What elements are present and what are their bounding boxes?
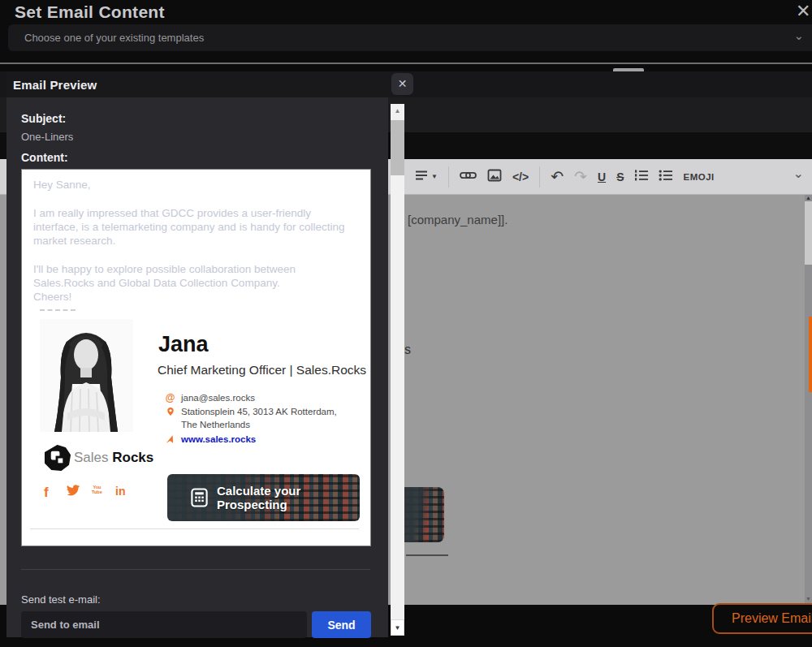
sales-rocks-logo-icon [44,445,71,475]
toolbar-chevron-down-icon[interactable]: ⌄ [793,166,804,181]
prospecting-banner-label: Calculate your Prospecting [217,484,360,511]
signature-name: Jana [158,332,209,357]
bullet-list-icon [659,169,672,184]
at-icon: @ [165,392,175,403]
signature-email: jana@sales.rocks [181,393,255,403]
prospecting-banner[interactable]: Calculate your Prospecting [167,474,360,521]
youtube-icon[interactable]: You Tube [92,485,102,494]
focus-highlight-edge [809,317,812,392]
ordered-list-icon [634,169,648,184]
modal-close-button[interactable]: ✕ [391,73,413,95]
toolbar-separator [539,166,540,188]
email-signature: Jana Chief Marketing Officer | Sales.Roc… [22,309,370,546]
modal-scrollbar[interactable]: ▲ ▼ [391,104,404,636]
undo-icon: ↶ [551,170,564,184]
chevron-down-icon: ⌄ [793,28,804,43]
template-dropdown-placeholder: Choose one of your existing templates [24,32,204,44]
editor-scrollbar[interactable]: ▲ ▼ [805,195,812,605]
underline-icon: U [598,170,606,183]
location-pin-icon [165,406,175,417]
subject-label: Subject: [21,112,66,125]
editor-divider [406,554,448,556]
twitter-icon[interactable] [66,485,80,500]
signature-address-line2: The Netherlands [181,420,250,429]
scroll-down-icon[interactable]: ▼ [806,596,811,602]
close-icon[interactable]: ✕ [796,0,810,23]
editor-text: [company_name]]. [408,213,508,226]
signature-website-row: www.sales.rocks [165,434,256,444]
bullet-list-button[interactable] [659,169,672,184]
preview-email-button[interactable]: Preview Email [712,603,812,634]
cursor-arrow-icon [165,434,175,444]
signature-photo [40,319,133,432]
email-preview-content: Hey Sanne, I am really impressed that GD… [21,169,371,546]
link-icon [460,169,477,184]
caret-down-icon: ▼ [431,173,438,180]
emoji-button[interactable]: EMOJI [683,172,714,182]
image-icon [487,169,502,184]
template-dropdown[interactable]: Choose one of your existing templates ⌄ [8,24,812,51]
youtube-text-bottom: Tube [92,490,102,494]
signature-email-row: @ jana@sales.rocks [165,392,255,403]
logo-text-bold: Rocks [112,450,153,465]
sales-rocks-logo-text: Sales Rocks [74,450,153,466]
preview-modal-body: Subject: One-Liners Content: Hey Sanne, … [6,97,388,637]
logo-text-regular: Sales [74,450,112,465]
redo-icon: ↷ [574,170,587,184]
redo-button[interactable]: ↷ [574,170,587,184]
strikethrough-button[interactable]: S [616,170,624,183]
page-title: Set Email Content [15,2,165,22]
signature-website-link[interactable]: www.sales.rocks [181,434,256,444]
scroll-up-icon[interactable]: ▲ [391,104,404,119]
signature-address-row: Stationsplein 45, 3013 AK Rotterdam, [165,406,337,417]
strikethrough-icon: S [616,170,624,183]
email-closing: Cheers! [33,290,359,304]
signature-role: Chief Marketing Officer | Sales.Rocks [158,363,366,377]
preview-modal-title: Email Preview [13,78,97,92]
send-to-email-input[interactable] [21,611,307,638]
signature-separator [40,309,76,311]
content-label: Content: [21,151,68,164]
facebook-icon[interactable]: f [44,485,49,501]
header-divider [0,63,812,64]
signature-bottom-divider [30,528,359,529]
editor-partial-text: s [404,343,411,357]
editor-banner-image [404,487,444,542]
underline-button[interactable]: U [598,170,606,183]
subject-value: One-Liners [21,131,73,143]
linkedin-icon[interactable]: in [115,485,125,498]
email-paragraph: I'll be happy to explore possible collab… [33,262,359,290]
scroll-up-icon[interactable]: ▲ [806,195,811,201]
code-button[interactable]: </> [512,170,529,183]
ordered-list-button[interactable] [634,169,648,184]
undo-button[interactable]: ↶ [551,170,564,184]
email-paragraph: I am really impressed that GDCC provides… [33,206,359,248]
email-greeting: Hey Sanne, [33,178,359,192]
send-test-label: Send test e-mail: [21,593,101,606]
preview-modal-header: Email Preview [6,71,404,97]
modal-scrollbar-thumb[interactable] [391,120,404,175]
align-icon [416,169,429,184]
editor-scrollbar-thumb[interactable] [805,201,812,265]
align-button[interactable]: ▼ [416,169,438,184]
emoji-button-label: EMOJI [683,172,714,182]
code-icon: </> [512,170,529,183]
link-button[interactable] [460,169,477,184]
modal-divider [21,569,370,570]
signature-address-line1: Stationsplein 45, 3013 AK Rotterdam, [181,407,337,416]
image-button[interactable] [487,169,502,184]
scroll-down-icon[interactable]: ▼ [391,619,404,636]
calculator-icon [190,488,209,507]
signature-address-row2: The Netherlands [181,420,250,429]
toolbar-separator [448,166,449,188]
send-button[interactable]: Send [312,611,371,638]
